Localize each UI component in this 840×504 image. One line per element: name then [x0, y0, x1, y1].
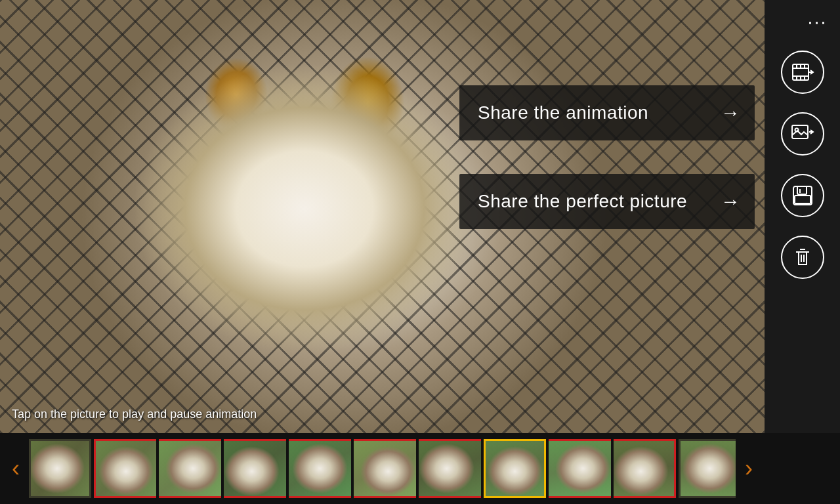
share-animation-label: Share the animation — [478, 102, 648, 123]
main-view[interactable]: Share the animation → Share the perfect … — [0, 0, 765, 433]
sidebar-save-button[interactable] — [781, 174, 824, 217]
filmstrip-thumb-8[interactable] — [549, 439, 611, 498]
filmstrip-bar: ‹ › — [0, 433, 765, 504]
filmstrip-thumb-9[interactable] — [614, 439, 676, 498]
svg-rect-15 — [795, 196, 810, 203]
filmstrip-thumb-7[interactable] — [484, 439, 546, 498]
svg-rect-10 — [792, 125, 808, 138]
filmstrip-thumb-6[interactable] — [419, 439, 481, 498]
film-share-icon — [791, 60, 814, 84]
more-dots-icon: ⋮ — [807, 14, 828, 33]
share-picture-label: Share the perfect picture — [478, 191, 687, 212]
share-animation-panel[interactable]: Share the animation → — [459, 85, 755, 140]
content-row: Share the animation → Share the perfect … — [0, 0, 840, 504]
filmstrip-thumb-10[interactable] — [679, 439, 736, 498]
sidebar-delete-button[interactable] — [781, 236, 824, 279]
sidebar-share-picture-button[interactable] — [781, 112, 824, 156]
filmstrip-next-arrow[interactable]: › — [736, 455, 762, 482]
filmstrip-thumb-1[interactable] — [94, 439, 156, 498]
sidebar-share-animation-button[interactable] — [781, 51, 824, 94]
filmstrip-thumb-4[interactable] — [289, 439, 351, 498]
filmstrip-thumb-2[interactable] — [159, 439, 221, 498]
share-picture-arrow: → — [721, 190, 740, 213]
page: Share the animation → Share the perfect … — [0, 0, 840, 504]
share-animation-arrow: → — [721, 102, 740, 124]
save-icon — [791, 184, 814, 207]
filmstrip-scroll — [29, 436, 736, 501]
sidebar: ⋮ — [765, 0, 840, 433]
photo-share-icon — [791, 122, 814, 146]
filmstrip-thumb-5[interactable] — [354, 439, 416, 498]
filmstrip-thumb-0[interactable] — [29, 439, 91, 498]
delete-icon — [791, 245, 814, 269]
share-picture-panel[interactable]: Share the perfect picture → — [459, 174, 755, 229]
filmstrip-prev-arrow[interactable]: ‹ — [3, 455, 29, 482]
svg-rect-14 — [797, 186, 807, 194]
more-menu-button[interactable]: ⋮ — [765, 5, 840, 41]
filmstrip-thumb-3[interactable] — [224, 439, 286, 498]
